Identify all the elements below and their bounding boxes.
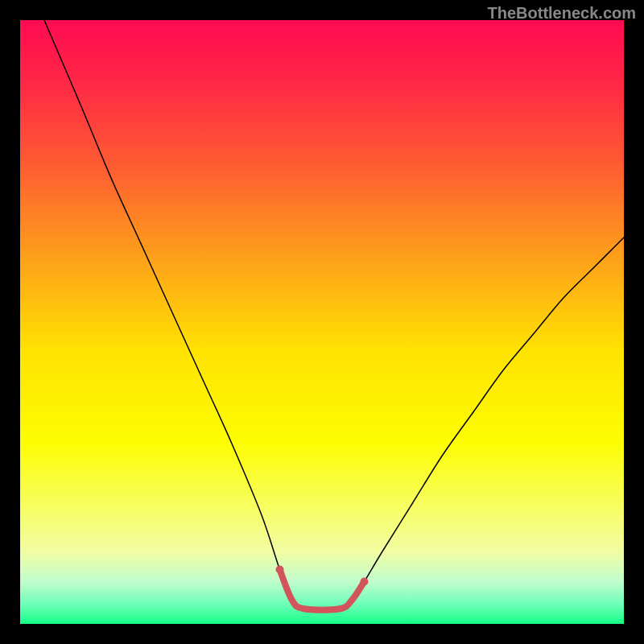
watermark-text: TheBottleneck.com (488, 4, 636, 23)
chart-svg (20, 20, 624, 624)
chart-canvas (20, 20, 624, 624)
chart-background (20, 20, 624, 624)
optimal-zone-endpoint (276, 566, 284, 574)
optimal-zone-endpoint (361, 578, 369, 586)
